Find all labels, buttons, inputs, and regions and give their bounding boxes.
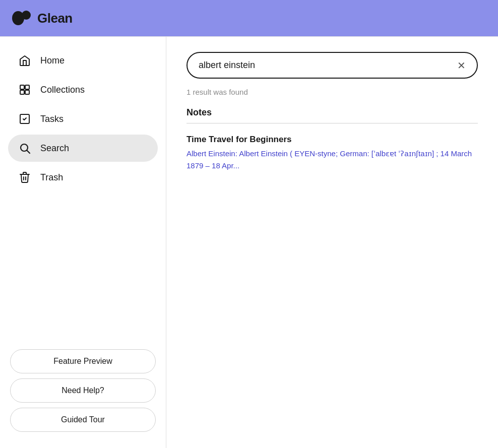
sidebar: Home Collections xyxy=(0,37,166,448)
result-title-0[interactable]: Time Travel for Beginners xyxy=(186,135,478,145)
svg-rect-4 xyxy=(20,90,24,94)
sidebar-item-trash-label: Trash xyxy=(40,172,63,183)
sidebar-nav: Home Collections xyxy=(0,47,166,343)
feature-preview-button[interactable]: Feature Preview xyxy=(10,349,156,373)
tasks-icon xyxy=(18,112,31,125)
home-icon xyxy=(18,54,31,67)
trash-icon xyxy=(18,171,31,184)
collections-icon xyxy=(18,83,31,96)
svg-rect-9 xyxy=(23,172,26,174)
guided-tour-button[interactable]: Guided Tour xyxy=(10,408,156,432)
section-divider xyxy=(186,123,478,123)
search-bar-container: ✕ xyxy=(186,52,478,79)
main-layout: Home Collections xyxy=(0,36,498,448)
svg-rect-3 xyxy=(25,85,29,89)
svg-rect-2 xyxy=(20,85,24,89)
search-bar: ✕ xyxy=(186,52,478,79)
sidebar-item-tasks-label: Tasks xyxy=(40,114,64,124)
svg-point-1 xyxy=(22,11,31,20)
notes-section: Notes Time Travel for Beginners Albert E… xyxy=(186,107,478,174)
sidebar-bottom: Feature Preview Need Help? Guided Tour xyxy=(0,343,166,438)
sidebar-item-home[interactable]: Home xyxy=(8,47,158,74)
section-title-notes: Notes xyxy=(186,107,478,118)
need-help-button[interactable]: Need Help? xyxy=(10,378,156,403)
svg-rect-5 xyxy=(25,90,29,94)
result-card-0: Time Travel for Beginners Albert Einstei… xyxy=(186,133,478,174)
results-count: 1 result was found xyxy=(186,88,478,96)
sidebar-item-tasks[interactable]: Tasks xyxy=(8,105,158,133)
search-input[interactable] xyxy=(199,60,457,71)
logo: Glean xyxy=(12,10,73,26)
svg-line-8 xyxy=(27,151,30,154)
sidebar-item-search-label: Search xyxy=(40,143,69,154)
sidebar-item-collections-label: Collections xyxy=(40,85,85,95)
sidebar-item-home-label: Home xyxy=(40,55,65,66)
app-title: Glean xyxy=(37,11,73,26)
result-snippet-0[interactable]: Albert Einstein: Albert Einstein ( EYEN-… xyxy=(186,148,478,172)
search-icon xyxy=(18,142,31,155)
content-area: ✕ 1 result was found Notes Time Travel f… xyxy=(166,37,498,448)
sidebar-item-trash[interactable]: Trash xyxy=(8,164,158,191)
sidebar-item-search[interactable]: Search xyxy=(8,135,158,162)
search-clear-button[interactable]: ✕ xyxy=(457,60,466,71)
glean-logo-icon xyxy=(12,10,32,26)
app-header: Glean xyxy=(0,0,498,36)
sidebar-item-collections[interactable]: Collections xyxy=(8,76,158,103)
